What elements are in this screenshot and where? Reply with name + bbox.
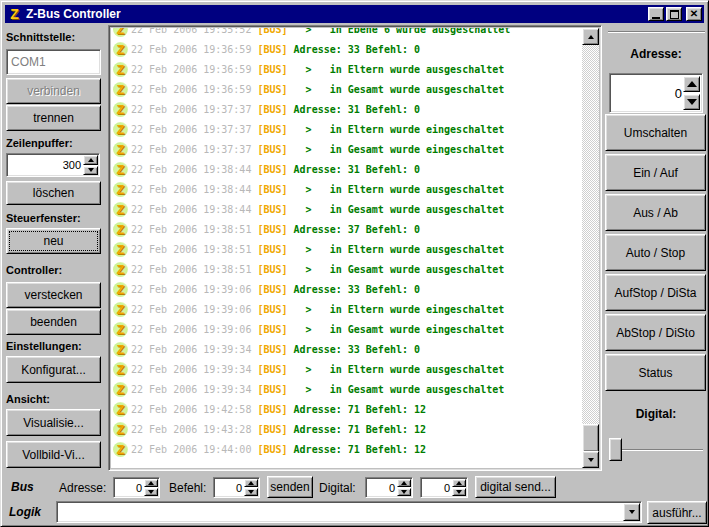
log-message: > in Eltern wurde ausgeschaltet [288, 364, 505, 375]
entry-z-icon: Z [113, 162, 128, 177]
log-tag: [BUS] [257, 204, 287, 215]
entry-z-icon: Z [113, 382, 128, 397]
log-timestamp: 22 Feb 2006 19:39:34 [131, 364, 257, 375]
logik-combobox [56, 501, 642, 523]
log-tag: [BUS] [257, 184, 287, 195]
titlebar: Z Z-Bus Controller ✕ [5, 5, 704, 23]
log-tag: [BUS] [257, 164, 287, 175]
log-row: Z22 Feb 2006 19:38:51 [BUS] > in Gesamt … [112, 259, 582, 279]
scroll-up-icon[interactable] [582, 28, 599, 45]
scroll-down-icon[interactable] [582, 451, 599, 468]
log-message: > in Ebene 6 wurde ausgeschaltet [288, 28, 511, 35]
neu-button[interactable]: neu [6, 228, 101, 254]
aus-ab-button[interactable]: Aus / Ab [605, 194, 706, 231]
spin-up-icon[interactable] [83, 155, 98, 165]
spin-up-icon[interactable] [452, 479, 466, 487]
senden-button[interactable]: senden [267, 476, 313, 498]
spin-up-icon[interactable] [683, 76, 700, 92]
digital-slider-thumb[interactable] [609, 438, 622, 461]
digital-spinner-2[interactable]: 0 [420, 477, 468, 498]
minimize-button[interactable] [648, 7, 664, 21]
log-tag: [BUS] [257, 104, 287, 115]
log-tag: [BUS] [257, 404, 287, 415]
digital-value-2: 0 [421, 478, 450, 497]
com-port-input[interactable] [7, 50, 100, 74]
bus-adresse-spinner[interactable]: 0 [113, 477, 160, 498]
log-row: Z22 Feb 2006 19:38:44 [BUS] > in Eltern … [112, 179, 582, 199]
log-row: Z22 Feb 2006 19:37:37 [BUS] > in Gesamt … [112, 139, 582, 159]
log-row: Z22 Feb 2006 19:44:00 [BUS] Adresse: 71 … [112, 439, 582, 459]
log-timestamp: 22 Feb 2006 19:44:00 [131, 444, 257, 455]
log-timestamp: 22 Feb 2006 19:38:44 [131, 164, 257, 175]
log-content[interactable]: Z22 Feb 2006 19:35:52 [BUS] > in Ebene 6… [111, 28, 582, 468]
log-timestamp: 22 Feb 2006 19:37:37 [131, 144, 257, 155]
umschalten-button[interactable]: Umschalten [605, 114, 706, 151]
ausfuehr-button[interactable]: ausführ... [647, 501, 707, 524]
log-timestamp: 22 Feb 2006 19:37:37 [131, 124, 257, 135]
digital-spinner-1[interactable]: 0 [365, 477, 413, 498]
adresse-spinner[interactable]: 0 [609, 73, 703, 113]
entry-z-icon: Z [113, 262, 128, 277]
auto-stop-button[interactable]: Auto / Stop [605, 234, 706, 271]
log-tag: [BUS] [257, 344, 287, 355]
log-timestamp: 22 Feb 2006 19:38:44 [131, 204, 257, 215]
spin-down-icon[interactable] [397, 488, 411, 496]
digital-slider-track[interactable] [611, 449, 703, 451]
steuerfenster-label: Steuerfenster: [6, 212, 81, 224]
digital-label: Digital: [604, 407, 708, 421]
close-button[interactable]: ✕ [686, 7, 702, 21]
log-message: > in Eltern wurde ausgeschaltet [288, 184, 505, 195]
entry-z-icon: Z [113, 28, 128, 37]
log-message: Adresse: 33 Befehl: 0 [288, 44, 420, 55]
spin-down-icon[interactable] [244, 488, 258, 496]
log-list: Z22 Feb 2006 19:35:52 [BUS] > in Ebene 6… [112, 28, 582, 459]
spin-down-icon[interactable] [683, 94, 700, 110]
log-tag: [BUS] [257, 304, 287, 315]
log-scrollbar[interactable] [582, 28, 599, 468]
log-row: Z22 Feb 2006 19:36:59 [BUS] Adresse: 33 … [112, 39, 582, 59]
abstop-disto-button[interactable]: AbStop / DiSto [605, 314, 706, 351]
spin-down-icon[interactable] [83, 166, 98, 176]
scroll-thumb[interactable] [582, 424, 599, 452]
ein-auf-button[interactable]: Ein / Auf [605, 154, 706, 191]
maximize-button[interactable] [666, 7, 682, 21]
log-timestamp: 22 Feb 2006 19:43:28 [131, 424, 257, 435]
log-row: Z22 Feb 2006 19:39:34 [BUS] Adresse: 33 … [112, 339, 582, 359]
log-tag: [BUS] [257, 44, 287, 55]
log-area: Z22 Feb 2006 19:35:52 [BUS] > in Ebene 6… [108, 25, 602, 471]
log-row: Z22 Feb 2006 19:39:06 [BUS] > in Eltern … [112, 299, 582, 319]
combo-dropdown-icon[interactable] [623, 503, 640, 521]
maximize-icon [670, 10, 679, 19]
adresse-value: 0 [610, 74, 682, 112]
log-message: > in Eltern wurde ausgeschaltet [288, 244, 505, 255]
log-message: Adresse: 71 Befehl: 12 [288, 424, 426, 435]
visualisie-button[interactable]: Visualisie... [6, 409, 101, 436]
konfigurat-button[interactable]: Konfigurat... [6, 356, 101, 383]
logik-command-input[interactable] [59, 504, 621, 520]
spin-up-icon[interactable] [144, 479, 158, 487]
verbinden-button[interactable]: verbinden [6, 78, 101, 104]
loeschen-button[interactable]: löschen [6, 181, 101, 205]
log-tag: [BUS] [257, 64, 287, 75]
entry-z-icon: Z [113, 62, 128, 77]
spin-down-icon[interactable] [144, 488, 158, 496]
zeilenpuffer-spinner[interactable]: 300 [6, 153, 100, 177]
beenden-button[interactable]: beenden [6, 309, 101, 335]
log-message: Adresse: 31 Befehl: 0 [288, 164, 420, 175]
close-icon: ✕ [690, 9, 698, 19]
log-tag: [BUS] [257, 364, 287, 375]
status-button[interactable]: Status [605, 354, 706, 391]
spin-down-icon[interactable] [452, 488, 466, 496]
vollbild-button[interactable]: Vollbild-Vi... [6, 441, 101, 468]
spin-up-icon[interactable] [397, 479, 411, 487]
log-message: Adresse: 33 Befehl: 0 [288, 344, 420, 355]
log-tag: [BUS] [257, 144, 287, 155]
aufstop-dista-button[interactable]: AufStop / DiSta [605, 274, 706, 311]
digital-send-button[interactable]: digital send... [475, 476, 556, 498]
trennen-button[interactable]: trennen [6, 105, 101, 131]
verstecken-button[interactable]: verstecken [6, 282, 101, 308]
entry-z-icon: Z [113, 342, 128, 357]
log-row: Z22 Feb 2006 19:37:37 [BUS] > in Eltern … [112, 119, 582, 139]
befehl-spinner[interactable]: 0 [213, 477, 260, 498]
spin-up-icon[interactable] [244, 479, 258, 487]
